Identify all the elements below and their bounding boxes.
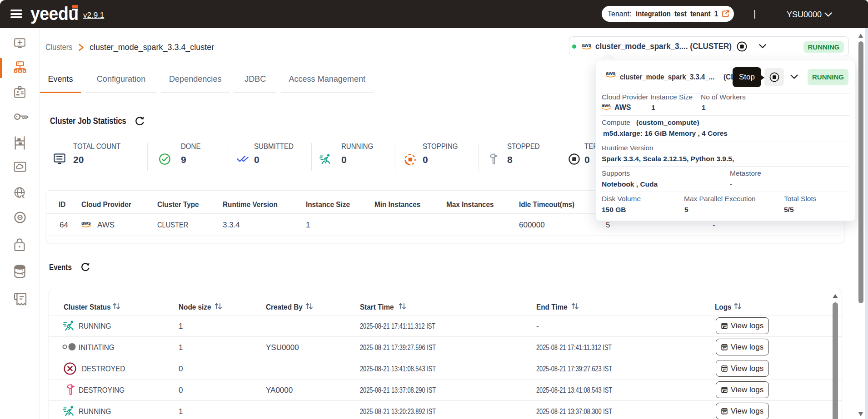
- svg-text:aws: aws: [582, 42, 592, 48]
- svg-text:aws: aws: [602, 103, 611, 108]
- svg-text:aws: aws: [606, 70, 616, 76]
- svg-text:aws: aws: [81, 220, 91, 226]
